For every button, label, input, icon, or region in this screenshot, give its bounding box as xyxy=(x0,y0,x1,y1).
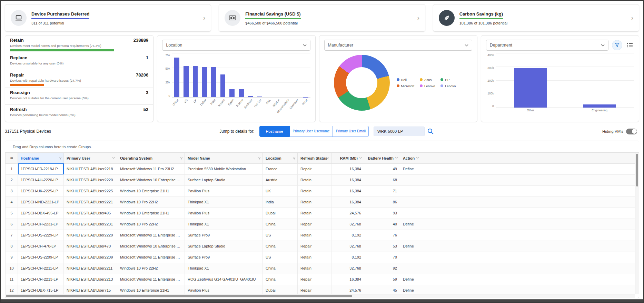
filter-funnel-icon[interactable] xyxy=(59,156,62,160)
manufacturer-donut-chart[interactable] xyxy=(334,55,390,111)
bar-NOIDA[interactable]: NOIDA xyxy=(274,53,283,97)
department-filter-select[interactable]: Department xyxy=(486,40,608,51)
define-action[interactable]: Define xyxy=(400,219,421,230)
table-row[interactable]: 51EPSCH-DBX-495-LPNIKHILTESTLAB\User495W… xyxy=(6,208,635,219)
group-drop-zone[interactable]: Drag and Drop columns here to create Gro… xyxy=(5,141,639,153)
filter-funnel-icon[interactable] xyxy=(359,156,362,160)
define-action[interactable]: Define xyxy=(400,241,421,252)
column-header-battery-health[interactable]: Battery Health xyxy=(364,153,400,163)
bar-Dubai[interactable]: Dubai xyxy=(200,53,209,97)
legend-item-hp[interactable]: HP xyxy=(440,78,456,82)
cell: US xyxy=(263,252,298,263)
bar xyxy=(229,89,235,97)
column-header-operating-system[interactable]: Operating System xyxy=(117,153,185,163)
jump-hostname-button[interactable]: Hostname xyxy=(259,126,290,137)
table-row[interactable]: 91EPSCH-US-2209-LPNIKHILTESTLAB\User2209… xyxy=(6,252,635,263)
department-bar-chart: 0100k200k300k400k OtherEngineering xyxy=(486,53,634,108)
kpi-card-device-purchases[interactable]: Device Purchases Deferred 311 of 311 pot… xyxy=(5,4,211,32)
bar-Unknown[interactable]: Unknown xyxy=(292,53,301,97)
legend-item-asus[interactable]: Asus xyxy=(420,78,435,82)
hiding-vms-toggle[interactable] xyxy=(626,129,637,134)
horizontal-scrollbar[interactable] xyxy=(5,294,635,298)
cell: Windows 10 Pro 22H2 xyxy=(117,219,185,230)
table-row[interactable]: 101EPSCH-CH-2211-LPNIKHILTESTLAB\User221… xyxy=(6,263,635,274)
kpi-card-financial-savings[interactable]: Financial Savings (USD $) $466,500 of $4… xyxy=(219,4,425,32)
summary-item-repair[interactable]: Repair78206 Devices with repairable hard… xyxy=(5,70,153,88)
cell xyxy=(400,208,421,219)
summary-item-replace[interactable]: Replace1 Devices unsuitable for any user… xyxy=(5,53,153,70)
table-row[interactable]: 21EPSCH-AU-2220-LPNIKHILTESTLAB\User2220… xyxy=(6,174,635,185)
bar-Other[interactable]: Other xyxy=(496,53,565,108)
cell: 92 xyxy=(364,263,400,274)
column-header-ram-mb-[interactable]: RAM (Mb) xyxy=(331,153,364,163)
filter-funnel-icon[interactable] xyxy=(180,156,183,160)
legend-item-dell[interactable]: Dell xyxy=(397,78,415,82)
jump-primary-user-email-button[interactable]: Primary User Email xyxy=(333,126,369,137)
bar-Spain[interactable]: Spain xyxy=(227,53,237,97)
cell: Dubai xyxy=(263,208,298,219)
location-bar-chart: 025k50k75k ChinaUSUKDubaiIndiaAustriaSpa… xyxy=(162,53,310,98)
bar-France[interactable]: France xyxy=(237,53,246,97)
filter-funnel-icon[interactable] xyxy=(258,156,261,160)
bar xyxy=(220,74,226,97)
jump-primary-user-username-button[interactable]: Primary User Username xyxy=(290,126,333,137)
bar-India[interactable]: India xyxy=(209,53,218,97)
summary-item-retain[interactable]: Retain238889 Devices meet model norms an… xyxy=(5,36,153,53)
kpi-card-carbon-savings[interactable]: Carbon Savings (kg) 101,386 of 101,386 p… xyxy=(433,4,639,32)
vertical-scrollbar[interactable] xyxy=(635,153,639,294)
search-icon[interactable] xyxy=(427,128,434,135)
legend-item-lenovo[interactable]: Lenovo xyxy=(420,84,435,88)
define-action[interactable]: Define xyxy=(400,163,421,174)
y-tick: 400k xyxy=(486,53,494,57)
select-label: Department xyxy=(490,43,512,48)
column-header-model-name[interactable]: Model Name xyxy=(185,153,263,163)
list-view-icon[interactable] xyxy=(626,41,634,49)
chevron-right-icon[interactable]: › xyxy=(417,15,419,21)
define-action[interactable]: Define xyxy=(400,285,421,294)
bar-DEL[interactable]: DEL xyxy=(264,53,274,97)
bar-Engineering[interactable]: Engineering xyxy=(565,53,634,108)
define-action[interactable]: Define xyxy=(400,274,421,285)
bar-Australia[interactable]: Australia xyxy=(246,53,255,97)
bar-UK[interactable]: UK xyxy=(191,53,200,97)
table-row[interactable]: 121EPSCH-DBX-715-LPNIKHILTESTLAB\User715… xyxy=(6,285,635,294)
table-row[interactable]: 41EPSCH-IND-2221-LPNIKHILTESTLAB\User222… xyxy=(6,196,635,208)
bar-Pune[interactable]: Pune xyxy=(301,53,310,97)
bar-Not Set[interactable]: Not Set xyxy=(255,53,264,97)
filter-icon[interactable] xyxy=(612,40,622,50)
column-header-hostname[interactable]: Hostname xyxy=(18,153,64,163)
dashboard-window: Device Purchases Deferred 311 of 311 pot… xyxy=(0,0,644,303)
table-row[interactable]: 31EPSCH-UK-2225-LPNIKHILTESTLAB\User2225… xyxy=(6,185,635,196)
table-row[interactable]: 11EPSCH-FR-2218-LPNIKHILTESTLAB\User2218… xyxy=(6,163,635,174)
filter-funnel-icon[interactable] xyxy=(293,156,296,160)
menu-icon[interactable]: ≡ xyxy=(6,153,18,163)
table-row[interactable]: 111EPSCH-CH-2213-LPNIKHILTESTLAB\User221… xyxy=(6,274,635,285)
chevron-right-icon[interactable]: › xyxy=(631,15,633,21)
column-header-primary-user[interactable]: Primary User xyxy=(64,153,117,163)
search-input[interactable] xyxy=(377,129,422,134)
cell: 45 xyxy=(364,285,400,294)
filter-funnel-icon[interactable] xyxy=(416,156,419,160)
filter-funnel-icon[interactable] xyxy=(112,156,115,160)
chevron-right-icon[interactable]: › xyxy=(203,15,205,21)
bar-Dharamshala[interactable]: Dharamshala xyxy=(283,53,292,97)
table-row[interactable]: 81EPSCH-CH-470-LPNIKHILTESTLAB\User470Mi… xyxy=(6,241,635,252)
column-header-action[interactable]: Action xyxy=(400,153,421,163)
bar-China[interactable]: China xyxy=(172,53,181,97)
summary-item-refresh[interactable]: Refresh52 Devices performing below model… xyxy=(5,105,153,122)
column-header-location[interactable]: Location xyxy=(263,153,298,163)
horizontal-scrollbar-thumb[interactable] xyxy=(6,295,352,297)
legend-item-lenovo[interactable]: Lenovo xyxy=(440,84,456,88)
legend-item-microsoft[interactable]: Microsoft xyxy=(397,84,415,88)
filter-funnel-icon[interactable] xyxy=(395,156,398,160)
manufacturer-filter-select[interactable]: Manufacturer xyxy=(324,40,472,51)
column-header-refresh-status[interactable]: Refresh Status xyxy=(298,153,331,163)
vertical-scrollbar-thumb[interactable] xyxy=(636,154,638,186)
filter-funnel-icon[interactable] xyxy=(326,156,329,160)
summary-item-reassign[interactable]: Reassign3 Devices not suitable for the c… xyxy=(5,88,153,105)
bar-Austria[interactable]: Austria xyxy=(218,53,228,97)
table-row[interactable]: 71EPSCH-US-2229-LPNIKHILTESTLAB\User2229… xyxy=(6,230,635,241)
location-filter-select[interactable]: Location xyxy=(162,40,310,51)
bar-US[interactable]: US xyxy=(181,53,191,97)
table-row[interactable]: 61EPSCH-CH-2231-LPNIKHILTESTLAB\User2231… xyxy=(6,219,635,230)
